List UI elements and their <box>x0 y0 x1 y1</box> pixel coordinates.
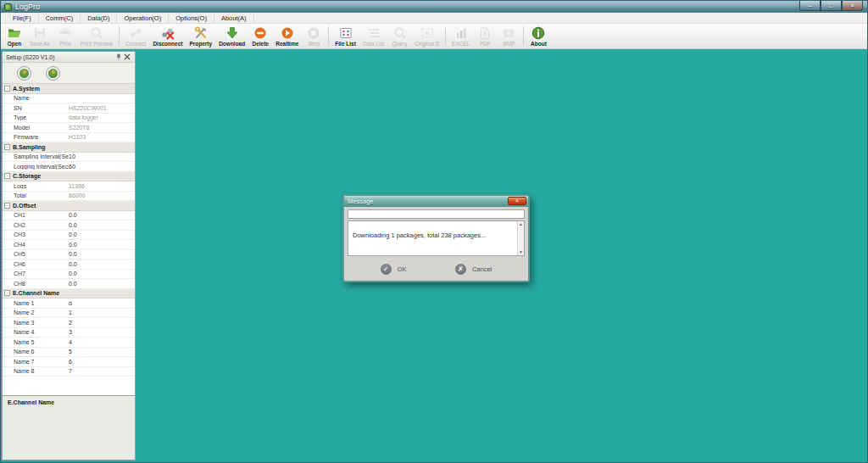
toolbar-button-label: PDF <box>480 41 491 47</box>
section-e-channel-name[interactable]: -E.Channel Name <box>3 289 135 299</box>
menu-about[interactable]: About(A) <box>214 14 254 23</box>
property-value[interactable]: HS220CW001 <box>69 105 107 111</box>
ok-button[interactable]: ✓ OK <box>381 264 407 275</box>
toolbar-file-list-button[interactable]: File List <box>331 24 359 48</box>
property-row-firmware[interactable]: FirmwareH1103 <box>3 133 135 143</box>
property-value[interactable]: 7 <box>69 368 72 374</box>
property-label: CH5 <box>3 251 69 257</box>
property-value[interactable]: 86000 <box>69 192 85 198</box>
dialog-scrollbar[interactable]: ▲ ▼ <box>517 221 524 255</box>
section-b-sampling[interactable]: -B.Sampling <box>3 142 135 153</box>
toolbar-save-as-button[interactable]: Save As <box>26 24 53 48</box>
property-row-name-6[interactable]: Name 65 <box>3 348 135 358</box>
toolbar-pdf-button[interactable]: PDF <box>473 24 497 48</box>
property-row-ch6[interactable]: CH60.0 <box>3 259 135 270</box>
toolbar-query-button[interactable]: Query <box>388 24 412 48</box>
property-value[interactable]: 0.0 <box>69 222 77 228</box>
property-row-name-4[interactable]: Name 43 <box>3 328 135 338</box>
menu-file[interactable]: File(F) <box>6 14 39 23</box>
property-row-model[interactable]: ModelS220T8 <box>3 123 135 133</box>
property-value[interactable]: data logger <box>69 114 98 120</box>
collapse-icon[interactable]: - <box>4 173 10 179</box>
scroll-down-icon[interactable]: ▼ <box>519 250 523 254</box>
toolbar-stop-button[interactable]: Stop <box>302 24 326 48</box>
property-value[interactable]: 0.0 <box>69 271 77 276</box>
property-row-name[interactable]: Name <box>3 94 135 104</box>
property-row-ch2[interactable]: CH20.0 <box>3 220 135 231</box>
toolbar-data-list-button[interactable]: Data List <box>359 24 388 48</box>
minimize-button[interactable]: – <box>799 1 821 11</box>
section-c-storage[interactable]: -C.Storage <box>3 172 135 182</box>
toolbar-about-button[interactable]: About <box>526 24 550 48</box>
menu-comm[interactable]: Comm(C) <box>39 14 81 23</box>
property-row-total[interactable]: Total86000 <box>3 192 135 202</box>
toolbar-original-s-button[interactable]: Original S <box>412 24 443 48</box>
collapse-icon[interactable]: - <box>4 144 10 150</box>
menu-options[interactable]: Options(O) <box>169 14 214 23</box>
panel-close-icon[interactable] <box>123 53 131 61</box>
property-row-ch8[interactable]: CH80.0 <box>3 279 135 289</box>
property-value[interactable]: 0.0 <box>69 232 77 237</box>
collapse-icon[interactable]: - <box>4 203 10 209</box>
setup-toolrow <box>3 63 135 84</box>
property-value[interactable]: 60 <box>69 164 75 170</box>
toolbar-excel-button[interactable]: EXCEL <box>448 24 473 48</box>
collapse-icon[interactable]: - <box>4 290 10 296</box>
property-value[interactable]: 10 <box>69 153 75 159</box>
toolbar-print-button[interactable]: Print <box>53 24 77 48</box>
toolbar-disconnect-button[interactable]: Disconnect <box>149 24 186 48</box>
property-row-ch1[interactable]: CH10.0 <box>3 211 135 221</box>
property-value[interactable]: d <box>69 300 72 306</box>
pin-icon[interactable] <box>114 53 123 61</box>
setup-write-button[interactable] <box>46 66 60 81</box>
property-value[interactable]: 5 <box>69 349 72 354</box>
collapse-icon[interactable]: - <box>4 86 10 92</box>
toolbar-connect-button[interactable]: Connect <box>122 24 149 48</box>
property-value[interactable]: 11386 <box>69 183 85 189</box>
property-row-ch3[interactable]: CH30.0 <box>3 231 135 241</box>
scroll-up-icon[interactable]: ▲ <box>519 222 523 226</box>
property-row-sn[interactable]: SNHS220CW001 <box>3 103 135 114</box>
property-row-name-5[interactable]: Name 54 <box>3 337 135 348</box>
menu-operation[interactable]: Operation(O) <box>117 14 169 23</box>
maximize-button[interactable]: □ <box>821 1 842 11</box>
toolbar-print-preview-button[interactable]: Print Preview <box>77 24 116 48</box>
property-value[interactable]: 2 <box>69 320 72 326</box>
property-row-logging-interval-secs[interactable]: Logging Interval(Secs)60 <box>3 162 135 172</box>
property-row-type[interactable]: Typedata logger <box>3 114 135 124</box>
property-value[interactable]: 6 <box>69 359 72 365</box>
toolbar-realtime-button[interactable]: Realtime <box>272 24 302 48</box>
toolbar-download-button[interactable]: Download <box>215 24 248 48</box>
property-row-ch7[interactable]: CH70.0 <box>3 270 135 280</box>
property-value[interactable]: 0.0 <box>69 281 77 287</box>
section-d-offset[interactable]: -D.Offset <box>3 201 135 211</box>
property-row-name-8[interactable]: Name 87 <box>3 367 135 377</box>
section-a-system[interactable]: -A.System <box>3 84 135 94</box>
property-row-ch4[interactable]: CH40.0 <box>3 240 135 250</box>
toolbar-property-button[interactable]: Property <box>186 24 215 48</box>
property-row-name-3[interactable]: Name 32 <box>3 318 135 328</box>
property-value[interactable]: 0.0 <box>69 242 77 248</box>
property-value[interactable]: 1 <box>69 310 72 315</box>
toolbar-delete-button[interactable]: Delete <box>248 24 272 48</box>
dialog-close-icon[interactable]: × <box>508 197 526 205</box>
toolbar-open-button[interactable]: Open <box>3 24 26 48</box>
property-value[interactable]: 0.0 <box>69 212 77 218</box>
property-value[interactable]: S220T8 <box>69 125 90 131</box>
property-value[interactable]: H1103 <box>69 134 86 140</box>
property-value[interactable]: 0.0 <box>69 251 77 257</box>
property-row-ch5[interactable]: CH50.0 <box>3 250 135 260</box>
menu-data[interactable]: Data(D) <box>81 14 117 23</box>
close-button[interactable]: × <box>842 1 863 11</box>
property-value[interactable]: 0.0 <box>69 261 77 267</box>
toolbar-bmp-button[interactable]: BMP <box>497 24 520 48</box>
property-value[interactable]: 4 <box>69 339 72 345</box>
property-row-logs[interactable]: Logs11386 <box>3 181 135 192</box>
property-row-name-2[interactable]: Name 21 <box>3 309 135 319</box>
property-row-name-7[interactable]: Name 76 <box>3 357 135 367</box>
property-row-name-1[interactable]: Name 1d <box>3 298 135 309</box>
cancel-button[interactable]: ✗ Cancel <box>455 264 492 275</box>
setup-read-button[interactable] <box>17 66 31 81</box>
property-row-sampling-interval-secs[interactable]: Sampling Interval(Secs10 <box>3 153 135 163</box>
property-value[interactable]: 3 <box>69 329 72 335</box>
